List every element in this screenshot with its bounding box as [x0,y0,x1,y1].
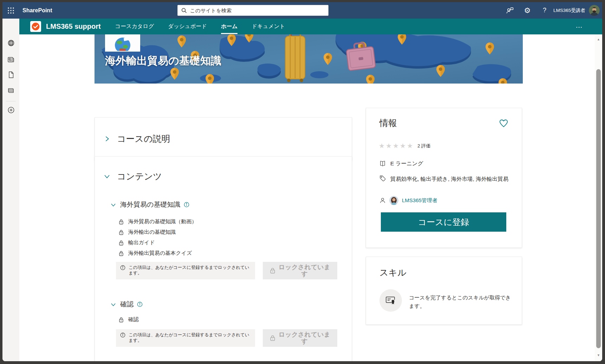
enroll-button[interactable]: コースに登録 [381,212,506,232]
browser-page: SharePoint ⚙ ? LMS365受講者 [2,2,602,361]
globe-icon[interactable] [2,37,19,48]
rating-row: ★★★★★ 2 評価 [379,142,430,150]
course-info-card: 情報 ★★★★★ 2 評価 E ラーニング 貿易効率化, 輸出手続き, 海外市場… [366,108,522,248]
scroll-down-icon[interactable]: ▼ [595,353,602,357]
star-rating-icons[interactable]: ★★★★★ [379,142,414,150]
site-nav-bar: LMS365 support コースカタログ ダッシュボード ホーム ドキュメン… [19,19,602,34]
content-item-label: 海外輸出貿易の基本クイズ [128,250,192,257]
skills-description: コースを完了するとこのスキルが取得できます。 [409,293,514,310]
nav-item-documents[interactable]: ドキュメント [251,22,285,31]
locked-notice-banner: この項目は、あなたがコースに登録するまでロックされています。 [116,329,255,347]
scroll-up-icon[interactable]: ▲ [595,38,602,41]
locked-button-label: ロックされています [279,264,331,277]
search-input[interactable] [190,8,325,13]
settings-gear-icon[interactable]: ⚙ [520,2,534,19]
document-icon[interactable] [2,69,19,80]
content-item[interactable]: 輸出ガイド [119,239,155,246]
section-title[interactable]: 確認 [120,300,134,309]
author-avatar[interactable] [389,196,398,205]
news-icon[interactable] [2,54,19,65]
content-item[interactable]: 海外輸出の基礎知識 [119,229,176,236]
content-item[interactable]: 確認 [119,316,139,323]
add-circle-icon[interactable] [2,104,19,115]
course-type-label: E ラーニング [390,160,423,167]
info-icon [120,332,125,338]
course-content-card: コンテンツ 海外貿易の基礎知識 海外貿易の基礎知識（動画） [95,156,352,361]
lms365-logo[interactable] [30,21,41,32]
course-type-row: E ラーニング [379,160,423,167]
help-icon[interactable]: ? [538,2,552,19]
skills-card-title: スキル [379,267,406,278]
locked-button-label: ロックされています [279,331,331,345]
info-icon[interactable] [184,202,189,207]
locked-notice-banner: この項目は、あなたがコースに登録するまでロックされています。 [116,262,255,279]
course-thumbnail [105,33,140,52]
tags-label: 貿易効率化, 輸出手続き, 海外市場, 海外輸出貿易 [390,175,514,183]
chevron-down-icon[interactable] [111,203,116,207]
lock-icon [270,267,275,274]
share-feedback-icon[interactable] [503,2,517,19]
content-item-label: 確認 [128,316,139,323]
tags-row: 貿易効率化, 輸出手続き, 海外市場, 海外輸出貿易 [379,175,514,183]
info-card-title: 情報 [379,117,397,129]
locked-button[interactable]: ロックされています [263,329,337,347]
favorite-heart-icon[interactable] [499,119,508,127]
section-title[interactable]: 海外貿易の基礎知識 [120,200,180,209]
waffle-icon[interactable] [2,2,19,19]
content-item[interactable]: 海外貿易の基礎知識（動画） [119,218,197,225]
course-description-card: コースの説明 [95,117,352,160]
nav-more-ellipsis[interactable]: … [575,24,583,30]
course-hero-banner: 海外輸出貿易の基礎知識 [95,33,523,84]
site-nav-items: コースカタログ ダッシュボード ホーム ドキュメント [115,19,286,34]
info-icon [120,265,125,270]
content-item-label: 輸出ガイド [128,239,155,246]
person-icon [379,197,386,204]
info-icon[interactable] [137,302,143,307]
locked-notice-text: この項目は、あなたがコースに登録するまでロックされています。 [129,332,251,347]
nav-item-home[interactable]: ホーム [221,22,238,31]
user-name-label[interactable]: LMS365受講者 [553,2,585,19]
search-icon [181,8,187,13]
content-card-title[interactable]: コンテンツ [117,171,162,182]
content-item-label: 海外輸出の基礎知識 [128,229,176,236]
site-title[interactable]: LMS365 support [46,22,101,31]
app-bar-divider [6,101,16,101]
certificate-icon [379,289,402,312]
book-icon [379,160,386,167]
scrollbar-thumb[interactable] [596,69,601,348]
nav-item-course-catalog[interactable]: コースカタログ [115,22,155,31]
notebook-icon[interactable] [2,85,19,96]
content-item[interactable]: 海外輸出貿易の基本クイズ [119,250,192,257]
course-description-title[interactable]: コースの説明 [117,133,170,145]
site-search[interactable] [177,5,328,16]
user-avatar[interactable] [589,5,600,16]
chevron-right-icon[interactable] [104,136,110,141]
page-scrollbar[interactable]: ▲ ▼ [595,33,602,361]
locked-button[interactable]: ロックされています [263,262,337,279]
chevron-down-icon[interactable] [104,174,110,179]
skills-card: スキル コースを完了するとこのスキルが取得できます。 [366,257,522,325]
lock-icon [270,335,275,341]
suite-bar: SharePoint ⚙ ? LMS365受講者 [2,2,602,19]
content-item-label: 海外貿易の基礎知識（動画） [128,218,197,225]
sharepoint-title[interactable]: SharePoint [22,2,52,19]
nav-item-dashboard[interactable]: ダッシュボード [168,22,207,31]
author-link[interactable]: LMS365管理者 [402,197,437,204]
tag-icon [379,175,386,181]
course-title: 海外輸出貿易の基礎知識 [105,54,221,68]
chevron-down-icon[interactable] [111,302,116,307]
suitcase-graphic [285,33,305,82]
author-row: LMS365管理者 [379,196,437,205]
app-bar [2,19,19,361]
locked-notice-text: この項目は、あなたがコースに登録するまでロックされています。 [129,265,251,279]
rating-count-label: 2 評価 [417,143,430,149]
